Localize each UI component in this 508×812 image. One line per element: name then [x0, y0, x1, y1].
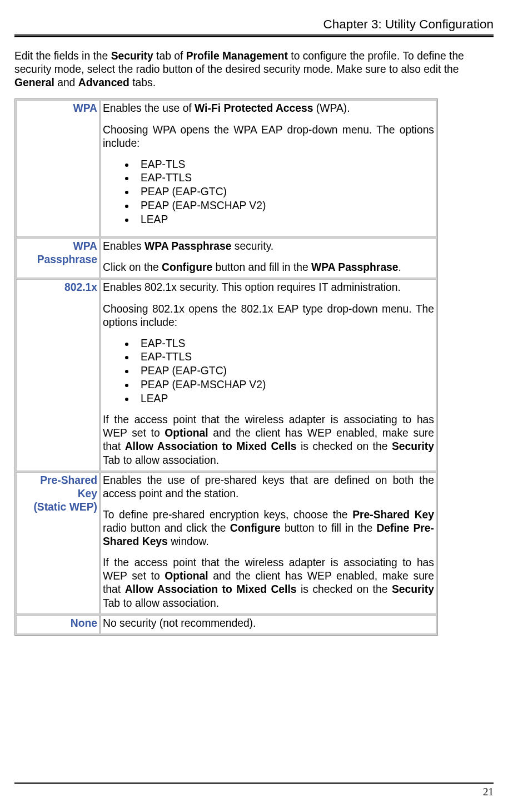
label-line: Pre-Shared Key: [40, 474, 97, 499]
wpa-options-list: EAP-TLS EAP-TTLS PEAP (EAP-GTC) PEAP (EA…: [103, 158, 434, 226]
page-footer: 21: [14, 783, 494, 799]
row-label-wpa: WPA: [16, 100, 99, 237]
wpa-text: Enables the use of: [103, 102, 195, 114]
text: .: [399, 261, 401, 273]
label-line: (Static WEP): [33, 501, 97, 513]
text: is checked on the: [297, 440, 392, 452]
list-item: EAP-TTLS: [135, 350, 434, 364]
dot1x-options-list: EAP-TLS EAP-TTLS PEAP (EAP-GTC) PEAP (EA…: [103, 337, 434, 405]
chapter-header: Chapter 3: Utility Configuration: [14, 17, 494, 37]
intro-bold-security: Security: [111, 50, 153, 62]
text: security.: [232, 240, 274, 252]
text: Enables 802.1x security. This option req…: [103, 281, 434, 294]
wpa-text: (WPA).: [313, 102, 350, 114]
row-label-wpa-passphrase: WPA Passphrase: [16, 238, 99, 278]
bold: Optional: [165, 570, 208, 582]
intro-text: tab of: [153, 50, 186, 62]
bold: Allow Association to Mixed Cells: [125, 583, 297, 595]
text: Tab to allow association.: [103, 454, 219, 466]
bold: Pre-Shared Key: [352, 509, 434, 521]
text: To define pre-shared encryption keys, ch…: [103, 509, 352, 521]
intro-bold-advanced: Advanced: [78, 77, 130, 88]
page-number: 21: [14, 785, 494, 799]
text: Tab to allow association.: [103, 597, 219, 609]
list-item: PEAP (EAP-MSCHAP V2): [135, 378, 434, 392]
text: Enables: [103, 240, 145, 252]
bold: Allow Association to Mixed Cells: [125, 440, 297, 452]
bold: WPA Passphrase: [311, 261, 398, 273]
list-item: EAP-TTLS: [135, 171, 434, 185]
row-desc-wpa: Enables the use of Wi-Fi Protected Acces…: [101, 100, 436, 237]
text: No security (not recommended).: [103, 617, 434, 630]
text: is checked on the: [297, 583, 392, 595]
footer-rule: [14, 783, 494, 784]
table-row: 802.1x Enables 802.1x security. This opt…: [16, 279, 436, 471]
list-item: LEAP: [135, 213, 434, 227]
list-item: PEAP (EAP-GTC): [135, 364, 434, 378]
row-label-preshared-key: Pre-Shared Key (Static WEP): [16, 472, 99, 614]
row-desc-8021x: Enables 802.1x security. This option req…: [101, 279, 436, 471]
row-desc-preshared-key: Enables the use of pre-shared keys that …: [101, 472, 436, 614]
wpa-p2: Choosing WPA opens the WPA EAP drop-down…: [103, 123, 434, 150]
intro-text: and: [54, 77, 78, 88]
table-row: Pre-Shared Key (Static WEP) Enables the …: [16, 472, 436, 614]
intro-paragraph: Edit the fields in the Security tab of P…: [14, 49, 494, 90]
text: Choosing 802.1x opens the 802.1x EAP typ…: [103, 303, 434, 329]
row-label-none: None: [16, 615, 99, 634]
row-label-8021x: 802.1x: [16, 279, 99, 471]
text: radio button and click the: [103, 522, 230, 534]
row-desc-none: No security (not recommended).: [101, 615, 436, 634]
wpa-bold: Wi-Fi Protected Access: [195, 102, 313, 114]
table-row: WPA Enables the use of Wi-Fi Protected A…: [16, 100, 436, 237]
bold: Configure: [162, 261, 212, 273]
intro-bold-profile-management: Profile Management: [186, 50, 288, 62]
list-item: PEAP (EAP-MSCHAP V2): [135, 199, 434, 213]
bold: WPA Passphrase: [145, 240, 231, 252]
security-modes-table: WPA Enables the use of Wi-Fi Protected A…: [14, 98, 438, 635]
list-item: EAP-TLS: [135, 337, 434, 351]
list-item: PEAP (EAP-GTC): [135, 185, 434, 199]
bold: Security: [392, 440, 434, 452]
list-item: LEAP: [135, 392, 434, 406]
table-row: WPA Passphrase Enables WPA Passphrase se…: [16, 238, 436, 278]
row-desc-wpa-passphrase: Enables WPA Passphrase security. Click o…: [101, 238, 436, 278]
text: button to fill in the: [281, 522, 377, 534]
intro-bold-general: General: [14, 77, 54, 88]
bold: Configure: [230, 522, 281, 534]
bold: Optional: [165, 427, 208, 439]
list-item: EAP-TLS: [135, 158, 434, 172]
label-line: WPA: [73, 240, 97, 252]
intro-text: tabs.: [130, 77, 156, 88]
text: window.: [168, 536, 209, 547]
intro-text: Edit the fields in the: [14, 50, 111, 62]
text: Enables the use of pre-shared keys that …: [103, 474, 434, 501]
text: Click on the: [103, 261, 162, 273]
bold: Security: [392, 583, 434, 595]
text: button and fill in the: [212, 261, 311, 273]
table-row: None No security (not recommended).: [16, 615, 436, 634]
label-line: Passphrase: [37, 254, 97, 265]
